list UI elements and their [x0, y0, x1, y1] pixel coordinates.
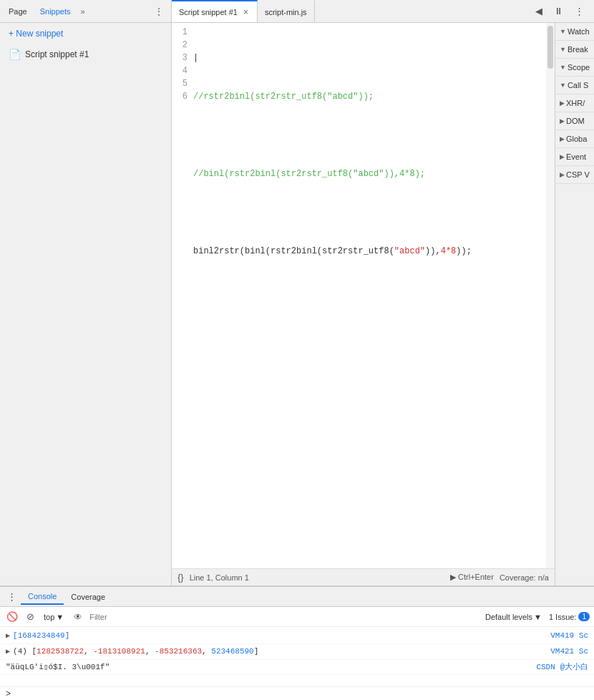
console-filter-input[interactable]: [89, 613, 478, 621]
csp-label: CSP V: [566, 170, 590, 179]
line-numbers: 1 2 3 4 5 6: [172, 23, 193, 568]
scope-header: ▼ Scope: [557, 62, 593, 73]
log-text-1: [1684234849]: [13, 630, 550, 641]
tab-console[interactable]: Console: [21, 589, 64, 605]
top-tab-bar: Page Snippets » ⋮ Script snippet #1 × sc…: [0, 0, 594, 23]
right-debug-panel: ▼ Watch ▼ Break ▼ Scope ▼ Call S ▶: [555, 23, 594, 585]
clear-console-button[interactable]: 🚫: [4, 610, 20, 623]
source-ref-2[interactable]: VM421 Sc: [550, 646, 588, 657]
breakpoints-header: ▼ Break: [557, 44, 593, 55]
console-log-row-3: "äüqLG'i▯ó$I. 3\u001f" CSDN @大小白: [0, 660, 594, 675]
new-snippet-label: + New snippet: [9, 29, 63, 39]
break-label: Break: [568, 45, 588, 54]
issue-count: 1: [578, 612, 590, 621]
eye-icon[interactable]: 👁: [71, 611, 85, 623]
editor-tab-group: Script snippet #1 × script-min.js ◀ ⏸ ⋮: [172, 0, 594, 22]
csp-expand-icon: ▶: [560, 171, 565, 178]
code-line-1: [193, 52, 546, 64]
editor-content[interactable]: 1 2 3 4 5 6 //rstr2binl(str2rstr_utf8("a…: [172, 23, 555, 568]
code-line-4: //binl(rstr2binl(str2rstr_utf8("abcd")),…: [193, 167, 546, 180]
back-navigation-icon[interactable]: ◀: [531, 4, 547, 18]
snippets-sidebar: + New snippet 📄 Script snippet #1: [0, 23, 172, 585]
new-snippet-button[interactable]: + New snippet: [0, 23, 171, 44]
console-content: 🚫 ⊘ top ▼ 👁 Default levels ▼ 1 Issue: 1 …: [0, 607, 594, 700]
code-line-3: [193, 129, 546, 142]
csp-section[interactable]: ▶ CSP V: [555, 166, 594, 184]
xhr-label: XHR/: [566, 99, 585, 107]
watch-section[interactable]: ▼ Watch: [555, 23, 594, 41]
editor-tab-snippet1-label: Script snippet #1: [179, 8, 238, 16]
expand-log-1[interactable]: ▶: [6, 630, 10, 642]
close-snippet1-tab[interactable]: ×: [242, 7, 250, 17]
xhr-header: ▶ XHR/: [557, 97, 593, 109]
tab-page[interactable]: Page: [3, 4, 33, 19]
console-settings-icon[interactable]: ⊘: [24, 610, 36, 623]
context-selector[interactable]: top ▼: [41, 611, 67, 623]
editor-area: 1 2 3 4 5 6 //rstr2binl(str2rstr_utf8("a…: [172, 23, 555, 585]
global-section[interactable]: ▶ Globa: [555, 130, 594, 148]
default-levels-dropdown-icon: ▼: [534, 613, 542, 621]
source-ref-3[interactable]: CSDN @大小白: [536, 661, 588, 673]
top-label: top: [44, 613, 54, 621]
code-line-5: [193, 206, 546, 219]
code-line-6: binl2rstr(binl(rstr2binl(str2rstr_utf8("…: [193, 245, 546, 258]
default-levels-selector[interactable]: Default levels ▼: [482, 611, 545, 623]
tab-coverage[interactable]: Coverage: [64, 590, 112, 604]
left-tab-group: Page Snippets » ⋮: [0, 0, 172, 22]
tab-snippets[interactable]: Snippets: [34, 4, 77, 19]
bottom-console-area: ⋮ Console Coverage 🚫 ⊘ top ▼ 👁 Default l…: [0, 585, 594, 700]
callstack-header: ▼ Call S: [557, 79, 593, 91]
console-prompt-icon: >: [6, 689, 11, 699]
source-ref-1[interactable]: VM419 Sc: [550, 630, 588, 641]
main-area: + New snippet 📄 Script snippet #1 1 2 3 …: [0, 23, 594, 585]
editor-tab-scriptmin[interactable]: script-min.js: [258, 0, 315, 22]
scope-label: Scope: [568, 63, 590, 72]
more-tabs-icon[interactable]: »: [78, 6, 88, 17]
more-options-icon[interactable]: ⋮: [570, 4, 588, 18]
scope-section[interactable]: ▼ Scope: [555, 59, 594, 77]
break-collapse-icon: ▼: [560, 46, 566, 53]
editor-scrollbar[interactable]: [546, 23, 555, 568]
scope-collapse-icon: ▼: [560, 64, 566, 71]
console-input-row: >: [0, 686, 594, 700]
expand-log-2[interactable]: ▶: [6, 646, 10, 658]
event-expand-icon: ▶: [560, 153, 565, 160]
run-label: ▶ Ctrl+Enter: [450, 573, 494, 582]
dom-section[interactable]: ▶ DOM: [555, 112, 594, 130]
log-text-3: "äüqLG'i▯ó$I. 3\u001f": [6, 661, 536, 673]
watch-label: Watch: [568, 27, 590, 36]
csp-header: ▶ CSP V: [557, 169, 593, 180]
editor-tab-scriptmin-label: script-min.js: [265, 8, 307, 16]
format-braces-icon[interactable]: {}: [177, 572, 184, 583]
console-log-area: ▶ [1684234849] VM419 Sc ▶ (4) [128253872…: [0, 627, 594, 686]
cursor-position: Line 1, Column 1: [190, 573, 249, 582]
issue-badge[interactable]: 1 Issue: 1: [549, 612, 590, 621]
tab-menu-dots[interactable]: ⋮: [150, 4, 168, 19]
pause-icon[interactable]: ⏸: [550, 4, 568, 18]
event-section[interactable]: ▶ Event: [555, 148, 594, 166]
breakpoints-section[interactable]: ▼ Break: [555, 41, 594, 59]
issue-label: 1 Issue:: [549, 613, 577, 621]
log-text-2: (4) [1282538722, -1813108921, -853216363…: [13, 646, 550, 657]
watch-header: ▼ Watch: [557, 26, 593, 37]
xhr-section[interactable]: ▶ XHR/: [555, 94, 594, 112]
callstack-collapse-icon: ▼: [560, 82, 566, 89]
editor-tab-snippet1[interactable]: Script snippet #1 ×: [172, 0, 258, 22]
snippet-item-1[interactable]: 📄 Script snippet #1: [0, 44, 171, 64]
run-snippet-button[interactable]: ▶ Ctrl+Enter: [450, 573, 494, 582]
global-header: ▶ Globa: [557, 133, 593, 145]
code-editor[interactable]: //rstr2binl(str2rstr_utf8("abcd")); //bi…: [193, 23, 546, 568]
snippet-item-label: Script snippet #1: [25, 49, 89, 59]
event-header: ▶ Event: [557, 151, 593, 162]
watch-collapse-icon: ▼: [560, 28, 566, 35]
tab-controls: ◀ ⏸ ⋮: [531, 4, 594, 18]
console-tab-bar: ⋮ Console Coverage: [0, 587, 594, 607]
context-dropdown-icon: ▼: [56, 613, 64, 621]
editor-status-bar: {} Line 1, Column 1 ▶ Ctrl+Enter Coverag…: [172, 568, 555, 585]
callstack-section[interactable]: ▼ Call S: [555, 77, 594, 94]
event-label: Event: [566, 152, 586, 161]
cursor: [193, 52, 198, 64]
console-menu-button[interactable]: ⋮: [3, 590, 21, 603]
global-label: Globa: [566, 135, 587, 143]
scrollbar-thumb[interactable]: [547, 26, 553, 69]
